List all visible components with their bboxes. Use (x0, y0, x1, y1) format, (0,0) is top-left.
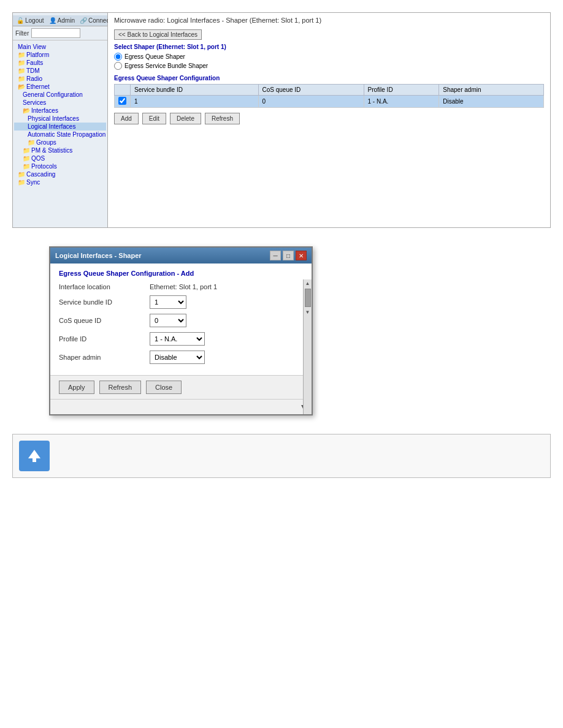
filter-row: Filter (13, 26, 107, 40)
sidebar-item-tdm[interactable]: 📁 TDM (14, 67, 106, 75)
dialog-content: Egress Queue Shaper Configuration - Add … (50, 264, 312, 376)
main-application-window: 🔓 Logout 👤 Admin 🔗 Connection Filter (12, 12, 551, 228)
edit-button[interactable]: Edit (142, 113, 166, 124)
interface-location-label: Interface location (59, 283, 145, 290)
sidebar-item-main-view[interactable]: Main View (14, 43, 106, 51)
sidebar-item-pm-stats[interactable]: 📁 PM & Statistics (14, 146, 106, 154)
sidebar-item-cascading[interactable]: 📁 Cascading (14, 170, 106, 178)
dialog-section-title: Egress Queue Shaper Configuration - Add (59, 270, 303, 277)
main-content-area: Microwave radio: Logical Interfaces - Sh… (108, 13, 550, 227)
col-checkbox (115, 85, 131, 96)
restore-button[interactable]: □ (283, 251, 294, 260)
sidebar: 🔓 Logout 👤 Admin 🔗 Connection Filter (13, 13, 108, 227)
folder-icon: 📂 (18, 83, 25, 90)
notice-panel (12, 434, 551, 478)
profile-id-row: Profile ID 1 - N.A. (59, 332, 303, 346)
sidebar-item-faults[interactable]: 📁 Faults (14, 59, 106, 67)
logout-icon: 🔓 (17, 17, 24, 24)
row-select-checkbox[interactable] (118, 97, 126, 105)
sidebar-item-radio[interactable]: 📁 Radio (14, 75, 106, 83)
dialog-wrapper: Logical Interfaces - Shaper ─ □ ✕ (12, 246, 551, 415)
dialog-vertical-scrollbar[interactable]: ▲ ▼ (303, 279, 312, 414)
admin-button[interactable]: 👤 Admin (49, 17, 75, 24)
dialog-bottom-scrollbar: ▼ (50, 399, 312, 414)
close-icon: ✕ (299, 252, 304, 259)
scroll-up-arrow[interactable]: ▲ (305, 279, 310, 287)
dialog-title: Logical Interfaces - Shaper (55, 252, 142, 259)
config-section-title: Egress Queue Shaper Configuration (114, 75, 544, 82)
sidebar-item-interfaces[interactable]: 📂 Interfaces (14, 107, 106, 115)
dialog-refresh-button[interactable]: Refresh (99, 381, 142, 394)
toolbar: 🔓 Logout 👤 Admin 🔗 Connection (13, 15, 107, 26)
sidebar-item-groups[interactable]: 📁 Groups (14, 138, 106, 146)
cell-service-bundle-id: 1 (131, 96, 259, 108)
close-button[interactable]: ✕ (296, 251, 307, 260)
cell-shaper-admin: Disable (439, 96, 544, 108)
folder-icon: 📁 (23, 163, 30, 170)
table-row[interactable]: 1 0 1 - N.A. Disable (115, 96, 544, 108)
shaper-admin-select[interactable]: Disable Enable (150, 351, 205, 364)
interface-location-value: Ethernet: Slot 1, port 1 (150, 283, 217, 290)
cos-queue-id-label: CoS queue ID (59, 317, 145, 324)
interface-location-row: Interface location Ethernet: Slot 1, por… (59, 283, 303, 290)
folder-icon: 📁 (28, 139, 35, 146)
folder-icon: 📁 (18, 59, 25, 66)
sidebar-item-protocols[interactable]: 📁 Protocols (14, 162, 106, 170)
select-shaper-label: Select Shaper (Ethernet: Slot 1, port 1) (114, 44, 544, 50)
scroll-down-arrow[interactable]: ▼ (305, 308, 310, 316)
table-action-buttons: Add Edit Delete Refresh (114, 113, 544, 124)
cell-profile-id: 1 - N.A. (364, 96, 439, 108)
refresh-button[interactable]: Refresh (205, 113, 240, 124)
sidebar-item-services[interactable]: Services (14, 99, 106, 107)
svg-marker-0 (28, 450, 40, 458)
apply-button[interactable]: Apply (59, 381, 94, 394)
dialog-close-button[interactable]: Close (146, 381, 182, 394)
col-profile-id: Profile ID (364, 85, 439, 96)
col-service-bundle-id: Service bundle ID (131, 85, 259, 96)
back-link-row: << Back to Logical Interfaces (114, 29, 544, 40)
sidebar-item-sync[interactable]: 📁 Sync (14, 178, 106, 186)
egress-queue-shaper-radio[interactable] (114, 53, 122, 61)
restore-icon: □ (286, 252, 290, 259)
sidebar-item-general-config[interactable]: General Configuration (14, 91, 106, 99)
egress-service-bundle-shaper-radio-row: Egress Service Bundle Shaper (114, 62, 544, 70)
notice-icon (19, 441, 50, 471)
col-shaper-admin: Shaper admin (439, 85, 544, 96)
cell-cos-queue-id: 0 (258, 96, 364, 108)
cos-queue-id-row: CoS queue ID 0 (59, 314, 303, 327)
egress-service-bundle-shaper-radio[interactable] (114, 62, 122, 70)
sidebar-item-physical-interfaces[interactable]: Physical Interfaces (14, 115, 106, 123)
folder-icon: 📁 (18, 179, 25, 186)
folder-icon: 📁 (18, 51, 25, 58)
logout-button[interactable]: 🔓 Logout (17, 17, 44, 24)
upload-icon-svg (25, 446, 44, 466)
delete-button[interactable]: Delete (170, 113, 201, 124)
egress-queue-shaper-table: Service bundle ID CoS queue ID Profile I… (114, 84, 544, 108)
cos-queue-id-select[interactable]: 0 (150, 314, 186, 327)
sidebar-item-ethernet[interactable]: 📂 Ethernet (14, 83, 106, 91)
row-checkbox (115, 96, 131, 108)
folder-icon: 📁 (18, 67, 25, 74)
shaper-admin-row: Shaper admin Disable Enable (59, 351, 303, 364)
filter-input[interactable] (31, 28, 80, 38)
folder-icon: 📁 (18, 171, 25, 178)
minimize-button[interactable]: ─ (270, 251, 281, 260)
svg-rect-1 (33, 458, 36, 462)
egress-queue-shaper-radio-row: Egress Queue Shaper (114, 53, 544, 61)
sidebar-item-auto-state[interactable]: Automatic State Propagation (14, 131, 106, 138)
scroll-thumb[interactable] (305, 289, 311, 307)
sidebar-item-logical-interfaces[interactable]: Logical Interfaces (14, 123, 106, 131)
back-to-logical-interfaces-button[interactable]: << Back to Logical Interfaces (114, 29, 202, 40)
add-button[interactable]: Add (114, 113, 139, 124)
profile-id-select[interactable]: 1 - N.A. (150, 332, 205, 346)
logical-interfaces-shaper-dialog: Logical Interfaces - Shaper ─ □ ✕ (49, 246, 313, 415)
service-bundle-id-select[interactable]: 1 (150, 295, 186, 309)
service-bundle-id-row: Service bundle ID 1 (59, 295, 303, 309)
profile-id-label: Profile ID (59, 335, 145, 343)
sidebar-item-platform[interactable]: 📁 Platform (14, 51, 106, 59)
sidebar-item-qos[interactable]: 📁 QOS (14, 154, 106, 162)
folder-icon: 📂 (23, 107, 30, 114)
dialog-titlebar: Logical Interfaces - Shaper ─ □ ✕ (50, 248, 312, 264)
navigation-tree: Main View 📁 Platform 📁 Faults 📁 TDM 📁 Ra… (13, 40, 107, 189)
egress-service-bundle-shaper-label: Egress Service Bundle Shaper (124, 63, 208, 69)
